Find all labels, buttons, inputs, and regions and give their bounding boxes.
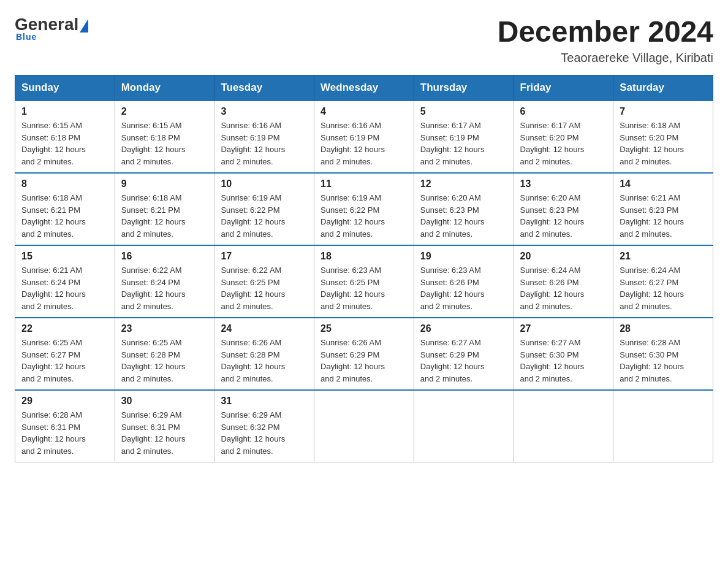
page-header: General Blue December 2024 Teaoraereke V… [15, 15, 713, 65]
logo-triangle-icon [80, 19, 88, 33]
calendar-cell: 25Sunrise: 6:26 AMSunset: 6:29 PMDayligh… [314, 318, 414, 390]
calendar-table: SundayMondayTuesdayWednesdayThursdayFrid… [15, 75, 713, 462]
day-number: 2 [121, 106, 208, 117]
day-info: Sunrise: 6:15 AMSunset: 6:18 PMDaylight:… [21, 120, 108, 167]
calendar-cell: 27Sunrise: 6:27 AMSunset: 6:30 PMDayligh… [514, 318, 613, 390]
day-number: 31 [221, 396, 308, 407]
col-header-sunday: Sunday [15, 75, 115, 101]
day-number: 5 [420, 106, 507, 117]
day-number: 9 [121, 178, 208, 190]
day-info: Sunrise: 6:20 AMSunset: 6:23 PMDaylight:… [520, 192, 607, 240]
calendar-cell: 28Sunrise: 6:28 AMSunset: 6:30 PMDayligh… [613, 318, 713, 390]
day-info: Sunrise: 6:22 AMSunset: 6:24 PMDaylight:… [121, 264, 208, 312]
day-number: 16 [121, 251, 208, 262]
day-number: 24 [221, 323, 308, 334]
calendar-cell [613, 390, 713, 462]
calendar-cell: 17Sunrise: 6:22 AMSunset: 6:25 PMDayligh… [214, 245, 314, 318]
day-info: Sunrise: 6:21 AMSunset: 6:23 PMDaylight:… [620, 192, 707, 240]
calendar-cell: 20Sunrise: 6:24 AMSunset: 6:26 PMDayligh… [514, 245, 613, 318]
day-number: 26 [420, 323, 507, 334]
calendar-cell [514, 390, 613, 462]
day-info: Sunrise: 6:23 AMSunset: 6:25 PMDaylight:… [320, 264, 408, 312]
day-number: 21 [620, 251, 707, 262]
calendar-cell: 16Sunrise: 6:22 AMSunset: 6:24 PMDayligh… [115, 245, 214, 318]
day-number: 3 [221, 106, 308, 117]
day-info: Sunrise: 6:26 AMSunset: 6:28 PMDaylight:… [221, 337, 308, 385]
calendar-cell: 1Sunrise: 6:15 AMSunset: 6:18 PMDaylight… [15, 101, 115, 173]
day-header-row: SundayMondayTuesdayWednesdayThursdayFrid… [15, 75, 713, 101]
day-number: 11 [320, 178, 408, 190]
week-row-2: 8Sunrise: 6:18 AMSunset: 6:21 PMDaylight… [15, 173, 713, 245]
day-info: Sunrise: 6:18 AMSunset: 6:21 PMDaylight:… [121, 192, 208, 240]
day-info: Sunrise: 6:17 AMSunset: 6:19 PMDaylight:… [420, 120, 507, 167]
calendar-cell: 6Sunrise: 6:17 AMSunset: 6:20 PMDaylight… [514, 101, 613, 173]
calendar-cell: 13Sunrise: 6:20 AMSunset: 6:23 PMDayligh… [514, 173, 613, 245]
day-number: 4 [320, 106, 408, 117]
calendar-cell: 12Sunrise: 6:20 AMSunset: 6:23 PMDayligh… [414, 173, 514, 245]
calendar-cell [414, 390, 514, 462]
week-row-5: 29Sunrise: 6:28 AMSunset: 6:31 PMDayligh… [15, 390, 713, 462]
day-number: 6 [520, 106, 607, 117]
calendar-cell: 31Sunrise: 6:29 AMSunset: 6:32 PMDayligh… [214, 390, 314, 462]
calendar-cell: 5Sunrise: 6:17 AMSunset: 6:19 PMDaylight… [414, 101, 514, 173]
day-number: 27 [520, 323, 607, 334]
calendar-cell: 22Sunrise: 6:25 AMSunset: 6:27 PMDayligh… [15, 318, 115, 390]
calendar-cell: 9Sunrise: 6:18 AMSunset: 6:21 PMDaylight… [115, 173, 214, 245]
calendar-cell: 18Sunrise: 6:23 AMSunset: 6:25 PMDayligh… [314, 245, 414, 318]
week-row-3: 15Sunrise: 6:21 AMSunset: 6:24 PMDayligh… [15, 245, 713, 318]
day-info: Sunrise: 6:18 AMSunset: 6:20 PMDaylight:… [620, 120, 707, 167]
day-info: Sunrise: 6:29 AMSunset: 6:32 PMDaylight:… [221, 409, 308, 457]
col-header-tuesday: Tuesday [214, 75, 314, 101]
calendar-cell: 4Sunrise: 6:16 AMSunset: 6:19 PMDaylight… [314, 101, 414, 173]
day-number: 12 [420, 178, 507, 190]
calendar-cell: 15Sunrise: 6:21 AMSunset: 6:24 PMDayligh… [15, 245, 115, 318]
day-info: Sunrise: 6:22 AMSunset: 6:25 PMDaylight:… [221, 264, 308, 312]
day-number: 20 [520, 251, 607, 262]
day-number: 29 [21, 396, 108, 407]
day-info: Sunrise: 6:24 AMSunset: 6:27 PMDaylight:… [620, 264, 707, 312]
calendar-cell: 11Sunrise: 6:19 AMSunset: 6:22 PMDayligh… [314, 173, 414, 245]
col-header-saturday: Saturday [613, 75, 713, 101]
col-header-monday: Monday [115, 75, 214, 101]
col-header-thursday: Thursday [414, 75, 514, 101]
day-number: 1 [21, 106, 108, 117]
logo-blue-text: Blue [16, 32, 37, 42]
day-info: Sunrise: 6:28 AMSunset: 6:31 PMDaylight:… [21, 409, 108, 457]
week-row-4: 22Sunrise: 6:25 AMSunset: 6:27 PMDayligh… [15, 318, 713, 390]
day-info: Sunrise: 6:28 AMSunset: 6:30 PMDaylight:… [620, 337, 707, 385]
day-info: Sunrise: 6:15 AMSunset: 6:18 PMDaylight:… [121, 120, 208, 167]
calendar-cell: 23Sunrise: 6:25 AMSunset: 6:28 PMDayligh… [115, 318, 214, 390]
day-info: Sunrise: 6:29 AMSunset: 6:31 PMDaylight:… [121, 409, 208, 457]
day-info: Sunrise: 6:23 AMSunset: 6:26 PMDaylight:… [420, 264, 507, 312]
day-number: 25 [320, 323, 408, 334]
day-number: 8 [21, 178, 108, 190]
calendar-cell: 30Sunrise: 6:29 AMSunset: 6:31 PMDayligh… [115, 390, 214, 462]
day-info: Sunrise: 6:25 AMSunset: 6:27 PMDaylight:… [21, 337, 108, 385]
day-number: 18 [320, 251, 408, 262]
title-section: December 2024 Teaoraereke Village, Kirib… [498, 15, 713, 65]
day-info: Sunrise: 6:18 AMSunset: 6:21 PMDaylight:… [21, 192, 108, 240]
day-number: 14 [620, 178, 707, 190]
calendar-cell: 8Sunrise: 6:18 AMSunset: 6:21 PMDaylight… [15, 173, 115, 245]
day-info: Sunrise: 6:17 AMSunset: 6:20 PMDaylight:… [520, 120, 607, 167]
calendar-cell: 19Sunrise: 6:23 AMSunset: 6:26 PMDayligh… [414, 245, 514, 318]
day-number: 10 [221, 178, 308, 190]
day-number: 19 [420, 251, 507, 262]
day-info: Sunrise: 6:19 AMSunset: 6:22 PMDaylight:… [221, 192, 308, 240]
day-info: Sunrise: 6:26 AMSunset: 6:29 PMDaylight:… [320, 337, 408, 385]
calendar-cell: 2Sunrise: 6:15 AMSunset: 6:18 PMDaylight… [115, 101, 214, 173]
day-number: 7 [620, 106, 707, 117]
day-number: 13 [520, 178, 607, 190]
day-number: 22 [21, 323, 108, 334]
week-row-1: 1Sunrise: 6:15 AMSunset: 6:18 PMDaylight… [15, 101, 713, 173]
logo: General Blue [15, 15, 89, 42]
day-number: 30 [121, 396, 208, 407]
day-number: 15 [21, 251, 108, 262]
calendar-cell: 3Sunrise: 6:16 AMSunset: 6:19 PMDaylight… [214, 101, 314, 173]
day-number: 28 [620, 323, 707, 334]
day-info: Sunrise: 6:16 AMSunset: 6:19 PMDaylight:… [320, 120, 408, 167]
day-info: Sunrise: 6:24 AMSunset: 6:26 PMDaylight:… [520, 264, 607, 312]
calendar-cell: 29Sunrise: 6:28 AMSunset: 6:31 PMDayligh… [15, 390, 115, 462]
calendar-cell: 24Sunrise: 6:26 AMSunset: 6:28 PMDayligh… [214, 318, 314, 390]
calendar-cell: 10Sunrise: 6:19 AMSunset: 6:22 PMDayligh… [214, 173, 314, 245]
